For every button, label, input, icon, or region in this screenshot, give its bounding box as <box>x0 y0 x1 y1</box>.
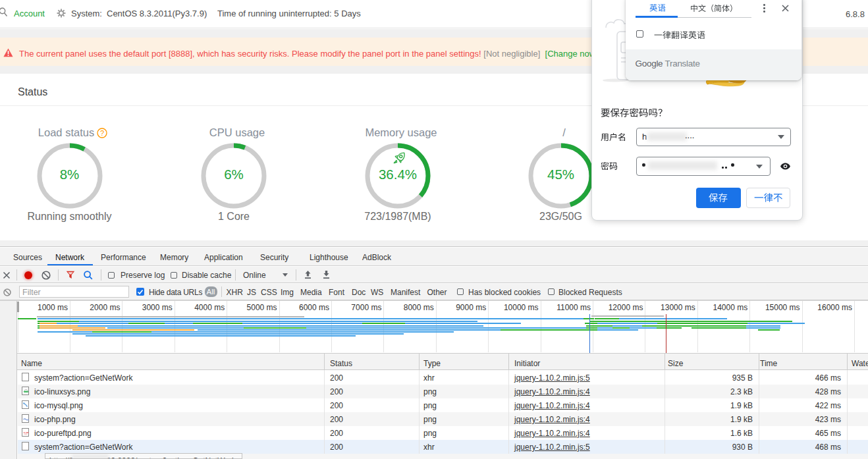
svg-text:?: ? <box>100 129 104 137</box>
